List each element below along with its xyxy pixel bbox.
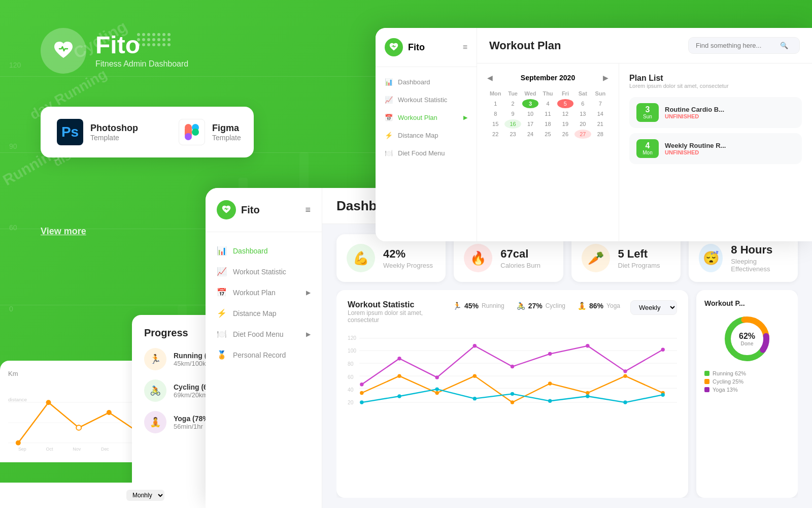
sidebar-workout-plan-label: Workout Plan [233, 289, 276, 297]
sidebar-item-workout-plan[interactable]: 📅 Workout Plan ▶ [206, 282, 322, 303]
wpp-page-title: Workout Plan [489, 39, 680, 52]
cal-day-23[interactable]: 23 [504, 130, 521, 139]
cal-day-20[interactable]: 20 [574, 119, 591, 129]
cal-header-tue: Tue [504, 89, 521, 98]
wsc-title-area: Workout Statistic Lorem ipsum dolor sit … [348, 300, 453, 324]
cal-day-9[interactable]: 9 [504, 109, 521, 118]
calendar-next-btn[interactable]: ▶ [603, 74, 608, 82]
cal-day-22[interactable]: 22 [487, 130, 503, 139]
svg-point-25 [548, 382, 552, 385]
stat-icon-3: 😴 [699, 244, 723, 272]
weekly-filter[interactable]: Weekly Monthly [630, 300, 677, 315]
sidebar-personal-record-label: Personal Record [233, 351, 286, 359]
svg-text:Sep: Sep [18, 447, 26, 452]
sidebar-item-distance[interactable]: ⚡ Distance Map [206, 303, 322, 324]
cal-day-7[interactable]: 7 [592, 99, 608, 108]
svg-point-18 [623, 369, 627, 373]
cal-day-4[interactable]: 4 [539, 99, 556, 108]
wsc-stats-row: 🏃 45% Running 🚴 27% Cycling [453, 302, 620, 310]
calendar-prev-btn[interactable]: ◀ [487, 74, 493, 82]
hamburger-icon[interactable]: ≡ [305, 205, 311, 215]
cal-day-26[interactable]: 26 [557, 130, 573, 139]
chart-monthly-filter-2[interactable]: Monhly [126, 490, 164, 501]
cal-day-10[interactable]: 10 [522, 109, 538, 118]
fig-label: Figma Template [212, 123, 241, 142]
svg-point-11 [360, 383, 363, 386]
cal-day-13[interactable]: 13 [574, 109, 591, 118]
wpp-plan-label: Workout Plan [398, 114, 437, 121]
cal-header-mon: Mon [487, 89, 503, 98]
svg-point-55 [107, 410, 112, 415]
plan-item-1[interactable]: 4 Mon Weekly Routine R... UNFINISHED [629, 133, 802, 164]
svg-point-29 [360, 400, 363, 404]
wpp-search-input[interactable] [696, 42, 777, 49]
svg-point-32 [473, 397, 477, 400]
sidebar-item-diet[interactable]: 🍽️ Diet Food Menu ▶ [206, 324, 322, 344]
donut-legend: Running 62% Cycling 25% Yoga 13% [704, 370, 790, 393]
y-120: 120 [348, 335, 356, 341]
plan-list-subtitle: Lorem ipsum dolor sit amet, consectetur [629, 83, 802, 89]
wpp-nav-dashboard[interactable]: 📊 Dashboard [376, 73, 477, 91]
sidebar-app-name: Fito [241, 204, 260, 216]
cal-day-15[interactable]: 15 [487, 119, 503, 129]
sidebar-item-dashboard[interactable]: 📊 Dashboard [206, 240, 322, 261]
sidebar: Fito ≡ 📊 Dashboard 📈 Workout Statistic 📅… [206, 188, 322, 508]
figma-template[interactable]: Figma Template [179, 119, 241, 145]
cal-day-6[interactable]: 6 [574, 99, 591, 108]
plan-item-0[interactable]: 3 Sun Routine Cardio B... UNFINISHED [629, 97, 802, 128]
donut-chart: 62% Done [722, 313, 772, 364]
svg-point-54 [76, 425, 81, 430]
cal-day-5[interactable]: 5 [557, 99, 573, 108]
svg-point-52 [16, 440, 21, 446]
wpp-distance-icon: ⚡ [385, 132, 393, 139]
stat-card-1: 🔥 67cal Calories Burn [454, 234, 563, 282]
wpp-plan-icon: 📅 [385, 114, 393, 121]
cal-day-1[interactable]: 1 [487, 99, 503, 108]
cal-day-12[interactable]: 12 [557, 109, 573, 118]
sidebar-item-statistic[interactable]: 📈 Workout Statistic [206, 261, 322, 282]
svg-point-20 [360, 391, 363, 395]
sidebar-item-personal-record[interactable]: 🏅 Personal Record [206, 344, 322, 365]
cal-day-3[interactable]: 3 [522, 99, 538, 108]
view-more-link[interactable]: View more [41, 226, 86, 237]
cal-day-17[interactable]: 17 [522, 119, 538, 129]
cal-day-19[interactable]: 19 [557, 119, 573, 129]
cycling-label: Cycling [546, 302, 565, 309]
wpp-nav-distance[interactable]: ⚡ Distance Map [376, 126, 477, 144]
wpp-nav-diet[interactable]: 🍽️ Diet Food Menu [376, 144, 477, 162]
personal-record-icon: 🏅 [217, 350, 227, 360]
cal-header-sun: Sun [592, 89, 608, 98]
statistic-icon: 📈 [217, 267, 227, 276]
cal-day-14[interactable]: 14 [592, 109, 608, 118]
cal-day-25[interactable]: 25 [539, 130, 556, 139]
figma-name: Figma [212, 123, 241, 134]
workout-plan-side: Workout P... 62% Done [696, 290, 798, 498]
stats-row: 💪 42% Weekly Progress 🔥 67cal Calories B… [336, 234, 798, 282]
stat-label-3: Sleeping Effectiveness [731, 258, 788, 273]
cal-day-28[interactable]: 28 [592, 130, 608, 139]
photoshop-template[interactable]: Ps Photoshop Template [57, 119, 138, 145]
wpp-statistic-label: Workout Statistic [398, 96, 447, 104]
cal-day-21[interactable]: 21 [592, 119, 608, 129]
svg-point-12 [397, 357, 401, 360]
sidebar-dashboard-label: Dashboard [233, 247, 268, 255]
svg-point-27 [623, 374, 627, 377]
cal-day-18[interactable]: 18 [539, 119, 556, 129]
workout-plan-panel: Fito ≡ 📊 Dashboard 📈 Workout Statistic 📅… [376, 28, 812, 241]
wpp-hamburger-icon[interactable]: ≡ [463, 43, 467, 52]
cal-day-16[interactable]: 16 [504, 119, 521, 129]
stat-info-2: 5 Left Diet Programs [618, 247, 660, 269]
cal-day-8[interactable]: 8 [487, 109, 503, 118]
yoga-label: Yoga [606, 302, 620, 309]
sidebar-statistic-label: Workout Statistic [233, 268, 286, 276]
svg-text:Oct: Oct [46, 447, 53, 452]
stat-value-2: 5 Left [618, 247, 660, 261]
cal-day-11[interactable]: 11 [539, 109, 556, 118]
cal-day-27[interactable]: 27 [574, 130, 591, 139]
cal-day-2[interactable]: 2 [504, 99, 521, 108]
legend-cycling: Cycling 25% [704, 378, 790, 385]
cal-day-24[interactable]: 24 [522, 130, 538, 139]
wpp-search-box[interactable]: 🔍 [688, 37, 800, 54]
wpp-nav-plan[interactable]: 📅 Workout Plan ▶ [376, 109, 477, 126]
wpp-nav-statistic[interactable]: 📈 Workout Statistic [376, 91, 477, 109]
